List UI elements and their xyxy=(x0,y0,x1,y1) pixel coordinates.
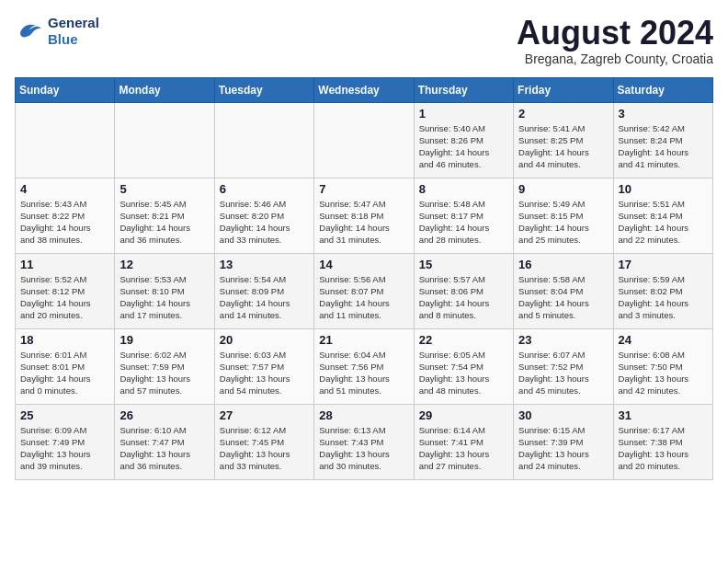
calendar-cell: 3Sunrise: 5:42 AM Sunset: 8:24 PM Daylig… xyxy=(613,102,712,178)
page-header: General Blue August 2024 Bregana, Zagreb… xyxy=(15,15,713,66)
calendar-cell: 28Sunrise: 6:13 AM Sunset: 7:43 PM Dayli… xyxy=(314,404,414,479)
calendar-cell: 10Sunrise: 5:51 AM Sunset: 8:14 PM Dayli… xyxy=(613,178,712,253)
day-info: Sunrise: 5:53 AM Sunset: 8:10 PM Dayligh… xyxy=(119,273,209,322)
col-header-sunday: Sunday xyxy=(16,77,115,102)
day-info: Sunrise: 5:47 AM Sunset: 8:18 PM Dayligh… xyxy=(319,198,408,247)
day-number: 10 xyxy=(619,182,708,196)
day-number: 7 xyxy=(319,182,408,196)
day-number: 22 xyxy=(419,333,508,347)
col-header-wednesday: Wednesday xyxy=(314,77,414,102)
day-info: Sunrise: 5:49 AM Sunset: 8:15 PM Dayligh… xyxy=(518,198,608,247)
day-number: 28 xyxy=(319,408,408,422)
calendar-row: 4Sunrise: 5:43 AM Sunset: 8:22 PM Daylig… xyxy=(16,178,713,253)
day-number: 17 xyxy=(619,258,708,271)
day-info: Sunrise: 5:41 AM Sunset: 8:25 PM Dayligh… xyxy=(518,122,608,171)
day-info: Sunrise: 5:51 AM Sunset: 8:14 PM Dayligh… xyxy=(619,198,708,247)
calendar-cell: 14Sunrise: 5:56 AM Sunset: 8:07 PM Dayli… xyxy=(314,253,414,328)
calendar-cell xyxy=(214,102,313,178)
day-number: 19 xyxy=(119,333,209,347)
calendar-cell: 7Sunrise: 5:47 AM Sunset: 8:18 PM Daylig… xyxy=(314,178,414,253)
day-number: 9 xyxy=(518,182,608,196)
col-header-monday: Monday xyxy=(115,77,214,102)
calendar-cell: 9Sunrise: 5:49 AM Sunset: 8:15 PM Daylig… xyxy=(514,178,613,253)
calendar-cell: 6Sunrise: 5:46 AM Sunset: 8:20 PM Daylig… xyxy=(214,178,313,253)
calendar-cell xyxy=(115,102,214,178)
calendar-cell: 11Sunrise: 5:52 AM Sunset: 8:12 PM Dayli… xyxy=(16,253,115,328)
calendar-cell: 24Sunrise: 6:08 AM Sunset: 7:50 PM Dayli… xyxy=(613,328,712,404)
day-number: 8 xyxy=(419,182,508,196)
day-info: Sunrise: 6:13 AM Sunset: 7:43 PM Dayligh… xyxy=(319,424,408,473)
day-number: 16 xyxy=(518,258,608,271)
day-number: 11 xyxy=(20,258,109,271)
day-number: 13 xyxy=(220,258,309,271)
day-number: 6 xyxy=(220,182,309,196)
col-header-thursday: Thursday xyxy=(414,77,513,102)
day-info: Sunrise: 5:48 AM Sunset: 8:17 PM Dayligh… xyxy=(419,198,508,247)
calendar-cell: 29Sunrise: 6:14 AM Sunset: 7:41 PM Dayli… xyxy=(414,404,513,479)
calendar-cell: 5Sunrise: 5:45 AM Sunset: 8:21 PM Daylig… xyxy=(115,178,214,253)
calendar-cell: 17Sunrise: 5:59 AM Sunset: 8:02 PM Dayli… xyxy=(613,253,712,328)
calendar-cell: 26Sunrise: 6:10 AM Sunset: 7:47 PM Dayli… xyxy=(115,404,214,479)
day-info: Sunrise: 6:04 AM Sunset: 7:56 PM Dayligh… xyxy=(319,349,408,397)
calendar-cell xyxy=(314,102,414,178)
day-info: Sunrise: 5:40 AM Sunset: 8:26 PM Dayligh… xyxy=(419,122,508,171)
col-header-friday: Friday xyxy=(514,77,613,102)
calendar-cell: 27Sunrise: 6:12 AM Sunset: 7:45 PM Dayli… xyxy=(214,404,313,479)
calendar-cell: 25Sunrise: 6:09 AM Sunset: 7:49 PM Dayli… xyxy=(16,404,115,479)
day-info: Sunrise: 5:57 AM Sunset: 8:06 PM Dayligh… xyxy=(419,273,508,322)
day-number: 21 xyxy=(319,333,408,347)
month-title: August 2024 xyxy=(517,15,713,52)
day-number: 31 xyxy=(619,408,708,422)
calendar-cell: 13Sunrise: 5:54 AM Sunset: 8:09 PM Dayli… xyxy=(214,253,313,328)
day-number: 26 xyxy=(119,408,209,422)
day-info: Sunrise: 5:56 AM Sunset: 8:07 PM Dayligh… xyxy=(319,273,408,322)
calendar-cell: 30Sunrise: 6:15 AM Sunset: 7:39 PM Dayli… xyxy=(514,404,613,479)
calendar-cell: 1Sunrise: 5:40 AM Sunset: 8:26 PM Daylig… xyxy=(414,102,513,178)
day-number: 29 xyxy=(419,408,508,422)
calendar-cell: 15Sunrise: 5:57 AM Sunset: 8:06 PM Dayli… xyxy=(414,253,513,328)
day-info: Sunrise: 6:02 AM Sunset: 7:59 PM Dayligh… xyxy=(119,349,209,397)
day-number: 14 xyxy=(319,258,408,271)
title-block: August 2024 Bregana, Zagreb County, Croa… xyxy=(517,15,713,66)
day-info: Sunrise: 5:54 AM Sunset: 8:09 PM Dayligh… xyxy=(220,273,309,322)
day-info: Sunrise: 6:05 AM Sunset: 7:54 PM Dayligh… xyxy=(419,349,508,397)
day-info: Sunrise: 6:12 AM Sunset: 7:45 PM Dayligh… xyxy=(220,424,309,473)
day-info: Sunrise: 5:45 AM Sunset: 8:21 PM Dayligh… xyxy=(119,198,209,247)
day-info: Sunrise: 5:52 AM Sunset: 8:12 PM Dayligh… xyxy=(20,273,109,322)
day-info: Sunrise: 6:14 AM Sunset: 7:41 PM Dayligh… xyxy=(419,424,508,473)
calendar-cell: 18Sunrise: 6:01 AM Sunset: 8:01 PM Dayli… xyxy=(16,328,115,404)
day-info: Sunrise: 5:59 AM Sunset: 8:02 PM Dayligh… xyxy=(619,273,708,322)
day-info: Sunrise: 6:08 AM Sunset: 7:50 PM Dayligh… xyxy=(619,349,708,397)
day-info: Sunrise: 6:01 AM Sunset: 8:01 PM Dayligh… xyxy=(20,349,109,397)
day-info: Sunrise: 6:03 AM Sunset: 7:57 PM Dayligh… xyxy=(220,349,309,397)
calendar-row: 11Sunrise: 5:52 AM Sunset: 8:12 PM Dayli… xyxy=(16,253,713,328)
location: Bregana, Zagreb County, Croatia xyxy=(517,52,713,66)
day-info: Sunrise: 5:58 AM Sunset: 8:04 PM Dayligh… xyxy=(518,273,608,322)
day-number: 25 xyxy=(20,408,109,422)
calendar-cell: 12Sunrise: 5:53 AM Sunset: 8:10 PM Dayli… xyxy=(115,253,214,328)
day-number: 4 xyxy=(20,182,109,196)
day-info: Sunrise: 6:17 AM Sunset: 7:38 PM Dayligh… xyxy=(619,424,708,473)
day-info: Sunrise: 6:10 AM Sunset: 7:47 PM Dayligh… xyxy=(119,424,209,473)
calendar-cell xyxy=(16,102,115,178)
day-number: 30 xyxy=(518,408,608,422)
logo-icon xyxy=(15,17,44,46)
day-number: 20 xyxy=(220,333,309,347)
logo: General Blue xyxy=(15,15,99,48)
logo-text: General Blue xyxy=(48,15,99,48)
calendar-cell: 16Sunrise: 5:58 AM Sunset: 8:04 PM Dayli… xyxy=(514,253,613,328)
day-info: Sunrise: 5:42 AM Sunset: 8:24 PM Dayligh… xyxy=(619,122,708,171)
day-number: 15 xyxy=(419,258,508,271)
day-number: 2 xyxy=(518,107,608,121)
day-number: 3 xyxy=(619,107,708,121)
calendar-table: SundayMondayTuesdayWednesdayThursdayFrid… xyxy=(15,77,713,480)
day-number: 1 xyxy=(419,107,508,121)
calendar-cell: 8Sunrise: 5:48 AM Sunset: 8:17 PM Daylig… xyxy=(414,178,513,253)
calendar-row: 1Sunrise: 5:40 AM Sunset: 8:26 PM Daylig… xyxy=(16,102,713,178)
calendar-cell: 23Sunrise: 6:07 AM Sunset: 7:52 PM Dayli… xyxy=(514,328,613,404)
calendar-cell: 22Sunrise: 6:05 AM Sunset: 7:54 PM Dayli… xyxy=(414,328,513,404)
day-number: 27 xyxy=(220,408,309,422)
calendar-cell: 20Sunrise: 6:03 AM Sunset: 7:57 PM Dayli… xyxy=(214,328,313,404)
day-number: 23 xyxy=(518,333,608,347)
col-header-tuesday: Tuesday xyxy=(214,77,313,102)
